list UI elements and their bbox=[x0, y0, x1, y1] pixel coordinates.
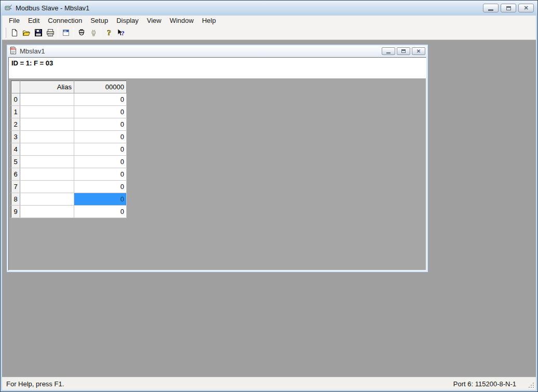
display-settings-button[interactable] bbox=[60, 27, 72, 38]
minimize-icon bbox=[488, 9, 493, 11]
toolbar-separator bbox=[101, 28, 101, 38]
alias-cell[interactable] bbox=[20, 106, 74, 118]
row-header[interactable]: 0 bbox=[11, 93, 20, 106]
document-icon: DOC bbox=[9, 46, 17, 56]
new-document-icon bbox=[10, 29, 19, 37]
child-window-title: Mbslav1 bbox=[20, 47, 45, 55]
registers-table: Alias 00000 00102030405060708090 bbox=[11, 80, 127, 218]
child-minimize-button[interactable] bbox=[382, 47, 395, 55]
child-close-button[interactable]: ✕ bbox=[412, 47, 425, 55]
value-cell[interactable]: 0 bbox=[74, 181, 127, 193]
value-cell[interactable]: 0 bbox=[74, 106, 127, 118]
print-button[interactable] bbox=[44, 27, 56, 38]
table-row: 30 bbox=[11, 131, 127, 143]
row-header[interactable]: 2 bbox=[11, 118, 20, 131]
minimize-icon bbox=[386, 52, 391, 53]
value-cell[interactable]: 0 bbox=[74, 118, 127, 131]
mdi-workspace: DOC Mbslav1 ✕ ID = 1: F = 03 bbox=[2, 40, 536, 377]
alias-cell[interactable] bbox=[20, 193, 74, 206]
print-icon bbox=[46, 29, 55, 37]
maximize-button[interactable] bbox=[501, 4, 516, 12]
child-title-bar[interactable]: DOC Mbslav1 ✕ bbox=[8, 46, 427, 57]
value-cell[interactable]: 0 bbox=[74, 206, 127, 218]
table-row: 20 bbox=[11, 118, 127, 131]
open-file-icon bbox=[22, 29, 31, 37]
maximize-icon bbox=[506, 6, 511, 10]
row-header[interactable]: 6 bbox=[11, 168, 20, 181]
alias-cell[interactable] bbox=[20, 93, 74, 106]
toolbar-separator bbox=[58, 28, 58, 38]
status-bar: For Help, press F1. Port 6: 115200-8-N-1 bbox=[2, 377, 536, 390]
table-row: 60 bbox=[11, 168, 127, 181]
table-row: 90 bbox=[11, 206, 127, 218]
help-about-icon: ? bbox=[105, 29, 113, 37]
toolbar: ? ? bbox=[2, 26, 536, 40]
toolbar-grip[interactable] bbox=[5, 28, 6, 38]
menu-connection[interactable]: Connection bbox=[44, 16, 86, 26]
value-cell[interactable]: 0 bbox=[74, 93, 127, 106]
save-file-button[interactable] bbox=[32, 27, 44, 38]
toolbar-separator bbox=[73, 28, 74, 38]
child-maximize-button[interactable] bbox=[397, 47, 410, 55]
new-document-button[interactable] bbox=[8, 27, 20, 38]
display-settings-icon bbox=[62, 29, 70, 37]
table-row: 40 bbox=[11, 143, 127, 156]
window-title: Modbus Slave - Mbslav1 bbox=[16, 4, 89, 12]
row-header[interactable]: 3 bbox=[11, 131, 20, 143]
value-cell[interactable]: 0 bbox=[74, 193, 127, 206]
menu-edit[interactable]: Edit bbox=[24, 16, 44, 26]
status-port-settings: Port 6: 115200-8-N-1 bbox=[453, 380, 532, 388]
alias-cell[interactable] bbox=[20, 168, 74, 181]
svg-text:?: ? bbox=[107, 29, 111, 37]
value-cell[interactable]: 0 bbox=[74, 131, 127, 143]
open-file-button[interactable] bbox=[20, 27, 32, 38]
menu-window[interactable]: Window bbox=[166, 16, 198, 26]
alias-cell[interactable] bbox=[20, 181, 74, 193]
help-about-button[interactable]: ? bbox=[103, 27, 115, 38]
value-cell[interactable]: 0 bbox=[74, 143, 127, 156]
table-row: 70 bbox=[11, 181, 127, 193]
minimize-button[interactable] bbox=[483, 4, 499, 12]
alias-cell[interactable] bbox=[20, 143, 74, 156]
alias-cell[interactable] bbox=[20, 131, 74, 143]
table-row: 10 bbox=[11, 106, 127, 118]
alias-cell[interactable] bbox=[20, 156, 74, 168]
row-header[interactable]: 8 bbox=[11, 193, 20, 206]
table-row: 80 bbox=[11, 193, 127, 206]
row-header[interactable]: 5 bbox=[11, 156, 20, 168]
address-column-header[interactable]: 00000 bbox=[74, 81, 127, 93]
alias-column-header[interactable]: Alias bbox=[20, 81, 74, 93]
menu-help[interactable]: Help bbox=[198, 16, 220, 26]
row-header[interactable]: 4 bbox=[11, 143, 20, 156]
menu-view[interactable]: View bbox=[143, 16, 166, 26]
value-cell[interactable]: 0 bbox=[74, 156, 127, 168]
connection-setup-icon bbox=[77, 29, 86, 37]
child-content: ID = 1: F = 03 Alias 00000 bbox=[8, 57, 426, 271]
menu-display[interactable]: Display bbox=[112, 16, 143, 26]
context-help-button[interactable]: ? bbox=[115, 27, 127, 38]
app-icon bbox=[4, 3, 12, 13]
connection-setup-button[interactable] bbox=[75, 27, 87, 38]
alias-cell[interactable] bbox=[20, 118, 74, 131]
row-header[interactable]: 7 bbox=[11, 181, 20, 193]
disconnect-icon bbox=[89, 29, 98, 37]
close-icon: ✕ bbox=[523, 5, 528, 11]
close-icon: ✕ bbox=[416, 49, 421, 54]
close-button[interactable]: ✕ bbox=[518, 4, 534, 12]
row-header[interactable]: 1 bbox=[11, 106, 20, 118]
row-header[interactable]: 9 bbox=[11, 206, 20, 218]
value-cell[interactable]: 0 bbox=[74, 168, 127, 181]
maximize-icon bbox=[401, 49, 406, 53]
svg-text:?: ? bbox=[121, 29, 125, 37]
disconnect-button bbox=[87, 27, 99, 38]
context-help-icon: ? bbox=[117, 29, 125, 37]
alias-cell[interactable] bbox=[20, 206, 74, 218]
svg-text:DOC: DOC bbox=[10, 47, 16, 50]
menu-setup[interactable]: Setup bbox=[86, 16, 112, 26]
grid-body: 00102030405060708090 bbox=[11, 93, 127, 218]
status-help-text: For Help, press F1. bbox=[6, 380, 64, 388]
menu-file[interactable]: File bbox=[5, 16, 24, 26]
info-panel: ID = 1: F = 03 bbox=[9, 58, 426, 78]
resize-grip-icon[interactable] bbox=[528, 382, 534, 388]
slave-id-function-label: ID = 1: F = 03 bbox=[9, 58, 426, 69]
